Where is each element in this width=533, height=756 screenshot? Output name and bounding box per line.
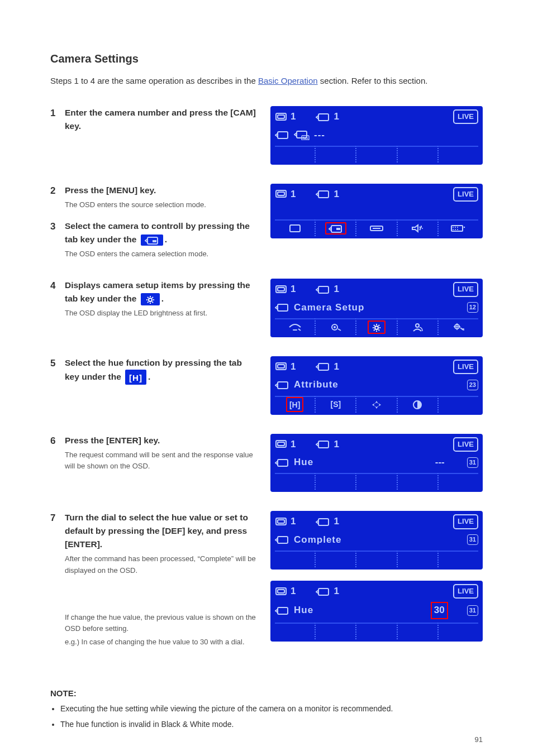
tab-audio[interactable] bbox=[397, 219, 437, 236]
osd3-label: Camera Setup bbox=[294, 300, 364, 315]
osd4-badge: 23 bbox=[467, 380, 478, 390]
svg-rect-36 bbox=[318, 286, 329, 293]
osd-panel-1: 1 1 LIVE No. --- bbox=[270, 106, 483, 165]
svg-rect-59 bbox=[278, 460, 288, 466]
osd7-value: 30 bbox=[431, 602, 448, 619]
tab-spot[interactable] bbox=[437, 318, 478, 335]
svg-rect-11 bbox=[318, 191, 329, 198]
svg-point-25 bbox=[149, 298, 152, 302]
osd-panel-6: 1 1 LIVE Complete 31 bbox=[270, 511, 483, 570]
basic-operation-link[interactable]: Basic Operation bbox=[258, 76, 318, 85]
step-num-1: 1 bbox=[50, 106, 65, 121]
svg-rect-2 bbox=[318, 114, 329, 121]
osd-panel-4: 1 1 LIVE Attribute 23 [H] [S] bbox=[270, 356, 483, 415]
svg-line-33 bbox=[152, 297, 153, 298]
intro-text: Steps 1 to 4 are the same operation as d… bbox=[50, 74, 483, 87]
svg-rect-67 bbox=[278, 607, 288, 614]
svg-point-18 bbox=[464, 227, 465, 228]
step-4-sub: The OSD display the LED brightness at fi… bbox=[65, 308, 257, 319]
svg-rect-62 bbox=[318, 519, 329, 525]
step-2-label: Press the [MENU] key. bbox=[65, 185, 156, 195]
tab-sharpness[interactable] bbox=[355, 396, 396, 413]
step-2-sub: The OSD enters the source selection mode… bbox=[65, 199, 257, 210]
osd7-badge: 31 bbox=[467, 605, 478, 616]
osd6-badge: 31 bbox=[467, 534, 478, 545]
step-5-label: Select the hue function by pressing the … bbox=[65, 358, 242, 381]
tab-camera[interactable] bbox=[315, 219, 355, 236]
svg-rect-57 bbox=[278, 442, 284, 446]
tab-person[interactable] bbox=[397, 318, 437, 335]
osd5-label: Hue bbox=[294, 455, 313, 470]
step-6-sub: The request command will be sent and the… bbox=[65, 449, 257, 472]
step-7-sub2: If change the hue value, the previous va… bbox=[65, 612, 257, 634]
camera-icon bbox=[316, 109, 330, 124]
svg-point-40 bbox=[375, 326, 378, 329]
tab-keyboard[interactable] bbox=[437, 219, 478, 236]
gear-icon-tag bbox=[141, 293, 160, 305]
step-num-6: 6 bbox=[50, 434, 65, 448]
osd-panel-3: 1 1 LIVE Camera Setup 12 bbox=[270, 279, 483, 337]
osd3-badge: 12 bbox=[467, 302, 478, 313]
tab-saturation[interactable]: [S] bbox=[315, 396, 355, 413]
note-item-2: The hue function is invalid in Black & W… bbox=[60, 719, 483, 731]
camera-icon bbox=[316, 187, 330, 202]
svg-rect-54 bbox=[278, 382, 288, 389]
note-item-1: Executing the hue setting while viewing … bbox=[60, 703, 483, 715]
osd-panel-7: 1 1 LIVE Hue 30 31 bbox=[270, 581, 483, 642]
step-num-3: 3 bbox=[50, 219, 65, 234]
monitor-num: 1 bbox=[291, 109, 296, 124]
osd-panel-2: 1 1 LIVE bbox=[270, 184, 483, 238]
svg-rect-1 bbox=[278, 115, 284, 118]
note-section: NOTE: Executing the hue setting while vi… bbox=[50, 687, 483, 731]
osd1-value: --- bbox=[314, 128, 325, 142]
step-7-sub3: e.g.) In case of changing the hue value … bbox=[65, 637, 257, 648]
osd5-badge: 31 bbox=[467, 457, 478, 468]
monitor-icon bbox=[275, 109, 287, 124]
svg-rect-8 bbox=[153, 240, 156, 242]
monitor-icon bbox=[275, 187, 287, 202]
svg-rect-52 bbox=[278, 365, 284, 368]
svg-rect-17 bbox=[451, 226, 463, 231]
tab-hue[interactable]: [H] bbox=[275, 396, 315, 413]
tab-bright[interactable] bbox=[275, 318, 315, 335]
step-num-7: 7 bbox=[50, 511, 65, 525]
svg-rect-35 bbox=[278, 288, 284, 291]
svg-line-32 bbox=[147, 302, 149, 303]
svg-rect-3 bbox=[278, 132, 288, 138]
camera-icon bbox=[275, 128, 289, 142]
tab-setup[interactable] bbox=[355, 318, 396, 335]
section-title: Camera Settings bbox=[50, 50, 483, 68]
svg-rect-14 bbox=[336, 228, 340, 230]
step-7-label: Turn the dial to select the hue value or… bbox=[65, 513, 248, 549]
intro-pre: Steps 1 to 4 are the same operation as d… bbox=[50, 76, 258, 85]
svg-point-39 bbox=[334, 326, 336, 328]
svg-line-48 bbox=[379, 325, 380, 326]
svg-rect-65 bbox=[278, 590, 284, 593]
step-6-label: Press the [ENTER] key. bbox=[65, 436, 160, 445]
step-7-sub: After the command has been processed, “C… bbox=[65, 553, 257, 576]
svg-rect-66 bbox=[318, 588, 329, 595]
step-3-sub: The OSD enters the camera selection mode… bbox=[65, 248, 257, 260]
svg-line-46 bbox=[379, 329, 380, 331]
tab-monitor[interactable] bbox=[275, 219, 315, 236]
page-number: 91 bbox=[475, 734, 483, 745]
tab-slider[interactable] bbox=[355, 219, 396, 236]
tab-contrast[interactable] bbox=[397, 396, 437, 413]
intro-post: section. Refer to this section. bbox=[320, 76, 428, 85]
osd6-label: Complete bbox=[294, 533, 341, 547]
camera-no-icon: No. bbox=[294, 128, 310, 142]
osd-panel-5: 1 1 LIVE Hue --- 31 bbox=[270, 434, 483, 492]
step-1-label: Enter the camera number and press the [C… bbox=[65, 108, 256, 131]
svg-rect-61 bbox=[278, 520, 284, 523]
svg-line-47 bbox=[374, 329, 375, 331]
svg-line-30 bbox=[147, 297, 149, 298]
tab-focus[interactable] bbox=[315, 318, 355, 335]
osd7-label: Hue bbox=[294, 603, 313, 618]
svg-rect-63 bbox=[278, 537, 288, 543]
svg-rect-10 bbox=[278, 192, 284, 195]
svg-rect-53 bbox=[318, 363, 329, 370]
h-icon-tag: [H] bbox=[125, 370, 146, 385]
svg-line-31 bbox=[152, 302, 153, 303]
live-badge: LIVE bbox=[453, 109, 478, 124]
svg-rect-58 bbox=[318, 441, 329, 448]
